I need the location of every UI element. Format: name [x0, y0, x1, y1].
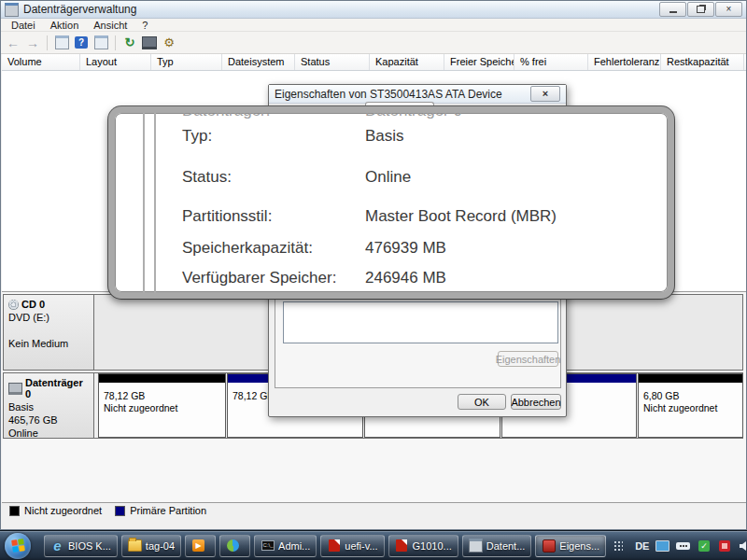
taskbar-button-eigenschaften[interactable]: Eigens...	[535, 535, 606, 557]
command-prompt-icon: C:\_	[261, 539, 275, 553]
disk0-type: Basis	[8, 401, 90, 413]
cd-drive-icon	[8, 300, 19, 310]
column-prozent-frei[interactable]: % frei	[514, 54, 588, 70]
back-icon[interactable]: ←	[5, 35, 21, 51]
menu-aktion[interactable]: Aktion	[44, 20, 86, 31]
forward-icon[interactable]: →	[24, 35, 41, 51]
taskbar-button-admin-cmd[interactable]: C:\_ Admi...	[254, 535, 317, 557]
disk0-capacity: 465,76 GB	[8, 414, 90, 426]
magnifier-label: Partitionsstil:	[182, 207, 272, 226]
action-pane-icon[interactable]	[92, 35, 109, 51]
cd-drive-name: CD 0	[21, 299, 45, 310]
column-restkapazitaet[interactable]: Restkapazität	[661, 54, 744, 70]
column-fehlertoleranz[interactable]: Fehlertoleranz	[588, 54, 661, 70]
hard-disk-icon	[8, 383, 22, 395]
red-app-tray-icon[interactable]	[717, 539, 731, 553]
pdf-icon	[327, 539, 341, 553]
column-volume[interactable]: Volume	[2, 54, 80, 70]
properties-icon	[542, 539, 556, 553]
language-indicator[interactable]: DE	[635, 540, 649, 552]
close-button[interactable]: ×	[715, 2, 742, 17]
taskbar-button-media[interactable]: ▶	[185, 535, 216, 557]
menu-datei[interactable]: Datei	[5, 20, 42, 31]
dialog-ok-button[interactable]: OK	[458, 394, 506, 410]
partition-5-unallocated[interactable]: 6,80 GB Nicht zugeordnet	[638, 373, 743, 438]
legend-label: Nicht zugeordnet	[24, 505, 102, 516]
rescan-disks-icon[interactable]	[141, 35, 158, 51]
system-tray: DE ✓ ⚑ 11:23	[606, 539, 747, 553]
primary-partition-swatch	[115, 506, 125, 516]
menu-hilfe[interactable]: ?	[135, 20, 154, 31]
partition-color-bar	[99, 374, 225, 383]
magnifier-label: Datenträger:	[182, 113, 271, 120]
legend-label: Primäre Partition	[130, 505, 206, 516]
pdf-icon	[395, 539, 409, 553]
partition-status: Nicht zugeordnet	[643, 402, 717, 413]
partition-size: 6,80 GB	[643, 390, 680, 401]
disk0-info[interactable]: Datenträger 0 Basis 465,76 GB Online	[4, 373, 94, 438]
dialog-cancel-button[interactable]: Abbrechen	[511, 394, 561, 410]
refresh-icon[interactable]: ↻	[121, 35, 138, 51]
desktop: Datenträgerverwaltung × Datei Aktion Ans…	[0, 0, 747, 560]
magnified-edge-line	[154, 113, 156, 292]
disk0-status: Online	[8, 427, 90, 439]
magnified-edge-line	[143, 113, 145, 292]
volume-tray-icon[interactable]	[738, 539, 747, 553]
windows-logo-icon	[11, 539, 25, 553]
keyboard-tray-icon[interactable]	[676, 539, 690, 553]
taskbar-button-tag04[interactable]: tag-04	[121, 535, 181, 557]
settings-gear-icon[interactable]: ⚙	[161, 35, 177, 51]
help-icon[interactable]: ?	[73, 35, 90, 51]
dialog-volume-listbox[interactable]	[283, 301, 558, 343]
disk0-name: Datenträger 0	[25, 377, 90, 399]
magnifier-label: Typ:	[182, 127, 212, 146]
console-tree-icon[interactable]	[53, 35, 70, 51]
dialog-properties-button[interactable]: Eigenschaften	[498, 351, 558, 367]
magnifier-value: Master Boot Record (MBR)	[365, 207, 557, 226]
legend-primary-partition: Primäre Partition	[115, 505, 206, 516]
partition-status: Nicht zugeordnet	[104, 402, 177, 413]
magnifier-overlay: Datenträger: Datenträger 0 Typ: Basis St…	[108, 106, 674, 299]
partition-color-bar	[639, 374, 742, 383]
cd-drive-info[interactable]: CD 0 DVD (E:) Kein Medium	[4, 295, 94, 370]
taskbar-button-uefi-pdf[interactable]: uefi-v...	[320, 535, 384, 557]
cd-drive-letter: DVD (E:)	[8, 312, 90, 323]
magnifier-value: 476939 MB	[365, 239, 446, 258]
taskbar: e BIOS K... tag-04 ▶ C:\_ Admi... uef	[0, 530, 747, 560]
magnifier-value: Basis	[365, 127, 404, 146]
display-tray-icon[interactable]	[655, 539, 669, 553]
column-status[interactable]: Status	[295, 54, 370, 70]
orange-media-icon: ▶	[191, 539, 205, 553]
disk-management-app-icon	[5, 3, 19, 17]
show-hidden-icons-grip[interactable]	[613, 540, 623, 552]
magnifier-label: Status:	[182, 168, 232, 187]
magnifier-value: 246946 MB	[365, 269, 446, 287]
dialog-titlebar[interactable]: Eigenschaften von ST3500413AS ATA Device…	[269, 85, 566, 104]
taskbar-button-app[interactable]	[219, 535, 250, 557]
taskbar-button-disk-management[interactable]: Datent...	[462, 535, 532, 557]
partition-1-unallocated[interactable]: 78,12 GB Nicht zugeordnet	[98, 373, 226, 438]
column-dateisystem[interactable]: Dateisystem	[222, 54, 295, 70]
cd-media-status: Kein Medium	[8, 338, 90, 349]
taskbar-buttons: e BIOS K... tag-04 ▶ C:\_ Admi... uef	[44, 535, 606, 557]
column-freier-speicher[interactable]: Freier Speicher	[444, 54, 514, 70]
menu-ansicht[interactable]: Ansicht	[87, 20, 134, 31]
start-button[interactable]	[5, 533, 31, 559]
taskbar-button-g1010-pdf[interactable]: G1010...	[388, 535, 458, 557]
window-title: Datenträgerverwaltung	[23, 3, 136, 16]
minimize-button[interactable]	[659, 2, 686, 17]
window-titlebar[interactable]: Datenträgerverwaltung ×	[1, 1, 746, 19]
restore-button[interactable]	[687, 2, 714, 17]
dialog-title: Eigenschaften von ST3500413AS ATA Device	[275, 88, 502, 101]
dialog-close-icon[interactable]: ×	[530, 86, 560, 102]
partition-size: 78,12 GB	[104, 390, 145, 401]
legend-unallocated: Nicht zugeordnet	[9, 505, 102, 516]
toolbar: ← → ? ↻ ⚙	[1, 32, 746, 54]
update-status-tray-icon[interactable]: ✓	[697, 539, 711, 553]
column-layout[interactable]: Layout	[80, 54, 151, 70]
magnified-content: Datenträger: Datenträger 0 Typ: Basis St…	[115, 113, 668, 292]
taskbar-button-bios[interactable]: e BIOS K...	[44, 535, 118, 557]
column-typ[interactable]: Typ	[151, 54, 222, 70]
magnifier-value: Online	[365, 168, 411, 187]
column-kapazitaet[interactable]: Kapazität	[370, 54, 444, 70]
